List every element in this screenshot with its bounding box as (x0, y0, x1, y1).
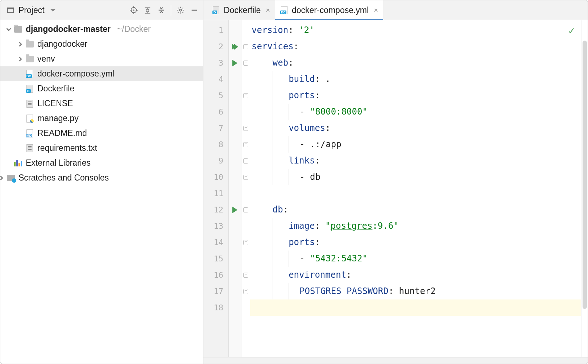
folder-icon (26, 55, 34, 63)
docker-compose-file-icon (280, 6, 288, 14)
chevron-right-icon (0, 175, 5, 181)
docker-compose-file-icon (26, 70, 34, 78)
tree-file[interactable]: Dockerfile (0, 81, 203, 96)
gear-icon[interactable] (176, 6, 185, 15)
python-file-icon (26, 115, 34, 123)
inspection-ok-icon[interactable]: ✓ (568, 25, 575, 37)
tree-folder[interactable]: venv (0, 51, 203, 66)
line-number[interactable]: 2 (203, 38, 228, 55)
tree-file[interactable]: manage.py (0, 111, 203, 126)
tree-scratches[interactable]: Scratches and Consoles (0, 170, 203, 185)
line-number[interactable]: 3 (203, 55, 228, 71)
code-editor[interactable]: version: '2' services: web: build: . por… (250, 20, 581, 357)
line-number[interactable]: 15 (203, 251, 228, 267)
fold-toggle[interactable] (241, 234, 250, 251)
tree-label: README.md (37, 128, 87, 138)
tree-label: manage.py (37, 113, 79, 123)
text-file-icon (26, 144, 34, 152)
line-number[interactable]: 14 (203, 234, 228, 251)
tree-label: External Libraries (26, 158, 91, 168)
hide-icon[interactable] (190, 6, 199, 15)
editor-tabs: Dockerfile × docker-compose.yml × (203, 0, 588, 20)
line-number[interactable]: 18 (203, 299, 228, 316)
fold-toggle[interactable] (241, 283, 250, 299)
fold-toggle[interactable] (241, 136, 250, 153)
dockerfile-icon (26, 85, 34, 93)
tree-label: docker-compose.yml (37, 69, 114, 79)
line-number[interactable]: 6 (203, 104, 228, 120)
fold-toggle[interactable] (241, 55, 250, 71)
tree-path: ~/Docker (117, 24, 151, 34)
line-number[interactable]: 8 (203, 136, 228, 153)
line-number-gutter: 1 2 3 4 5 6 7 8 9 10 11 12 13 14 15 16 1… (203, 20, 229, 357)
run-services-icon[interactable] (229, 38, 241, 55)
close-icon[interactable]: × (266, 6, 270, 15)
project-tree: djangodocker-master ~/Docker djangodocke… (0, 20, 203, 364)
tree-label: Scratches and Consoles (18, 173, 109, 183)
line-number[interactable]: 13 (203, 218, 228, 234)
tree-external-libraries[interactable]: External Libraries (0, 156, 203, 170)
editor-area: Dockerfile × docker-compose.yml × 1 2 3 … (203, 0, 588, 364)
folder-icon (26, 40, 34, 48)
line-number[interactable]: 1 (203, 22, 228, 38)
expand-all-icon[interactable] (143, 6, 152, 15)
tree-label: Dockerfile (37, 84, 74, 94)
horizontal-scrollbar[interactable] (203, 357, 588, 364)
libraries-icon (14, 159, 22, 167)
editor-tab[interactable]: Dockerfile × (207, 0, 275, 20)
tree-label: LICENSE (37, 99, 73, 108)
tree-label: djangodocker-master (26, 24, 111, 34)
close-icon[interactable]: × (374, 6, 378, 15)
svg-point-3 (133, 9, 134, 11)
line-number[interactable]: 9 (203, 153, 228, 169)
fold-toggle[interactable] (241, 202, 250, 218)
line-number[interactable]: 12 (203, 202, 228, 218)
line-number[interactable]: 4 (203, 71, 228, 87)
tree-file[interactable]: LICENSE (0, 96, 203, 111)
dockerfile-icon (212, 6, 220, 14)
line-number[interactable]: 7 (203, 120, 228, 136)
scrollbar-thumb[interactable] (583, 41, 587, 309)
tree-label: djangodocker (37, 39, 87, 49)
tree-root[interactable]: djangodocker-master ~/Docker (0, 22, 203, 37)
svg-rect-1 (8, 8, 14, 9)
line-number[interactable]: 11 (203, 185, 228, 202)
scratches-icon (7, 174, 15, 182)
tree-label: venv (37, 54, 55, 64)
tree-file[interactable]: requirements.txt (0, 141, 203, 156)
folder-icon (14, 25, 22, 33)
chevron-down-icon (5, 26, 12, 33)
chevron-right-icon (17, 41, 24, 47)
tree-file-selected[interactable]: docker-compose.yml (0, 66, 203, 81)
collapse-all-icon[interactable] (157, 6, 166, 15)
line-number[interactable]: 17 (203, 283, 228, 299)
toolbar-separator (171, 5, 171, 16)
chevron-right-icon (17, 56, 24, 62)
editor-tab-active[interactable]: docker-compose.yml × (275, 0, 383, 20)
project-view-icon (6, 6, 15, 15)
sidebar-toolbar: Project (0, 0, 203, 20)
locate-icon[interactable] (129, 6, 138, 15)
line-number[interactable]: 5 (203, 87, 228, 104)
fold-toggle[interactable] (241, 87, 250, 104)
tree-label: requirements.txt (37, 143, 97, 153)
tab-label: Dockerfile (224, 5, 261, 15)
markdown-file-icon (26, 129, 34, 137)
fold-toggle[interactable] (241, 169, 250, 185)
fold-toggle[interactable] (241, 267, 250, 283)
tree-folder[interactable]: djangodocker (0, 37, 203, 51)
fold-toggle[interactable] (241, 38, 250, 55)
run-service-icon[interactable] (229, 55, 241, 71)
run-gutter (229, 20, 241, 357)
text-file-icon (26, 100, 34, 108)
project-view-selector[interactable]: Project (6, 5, 129, 15)
sidebar-title: Project (18, 5, 45, 15)
editor-body: 1 2 3 4 5 6 7 8 9 10 11 12 13 14 15 16 1… (203, 20, 588, 357)
fold-toggle[interactable] (241, 120, 250, 136)
line-number[interactable]: 10 (203, 169, 228, 185)
run-service-icon[interactable] (229, 202, 241, 218)
tree-file[interactable]: README.md (0, 126, 203, 141)
fold-toggle[interactable] (241, 153, 250, 169)
editor-scrollbar[interactable] (581, 20, 588, 357)
line-number[interactable]: 16 (203, 267, 228, 283)
